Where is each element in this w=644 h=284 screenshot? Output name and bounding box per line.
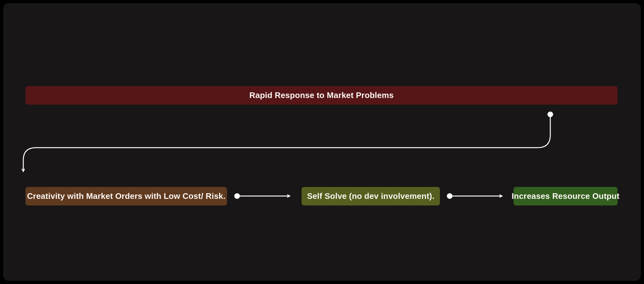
connectors-layer	[3, 3, 641, 281]
connector-top-to-a	[23, 112, 553, 172]
node-rapid-response[interactable]: Rapid Response to Market Problems	[25, 86, 618, 105]
connector-a-to-b	[234, 193, 290, 199]
node-self-solve[interactable]: Self Solve (no dev involvement).	[302, 187, 440, 205]
node-label: Self Solve (no dev involvement).	[307, 191, 434, 201]
svg-point-1	[234, 193, 240, 199]
node-creativity[interactable]: Creativity with Market Orders with Low C…	[25, 187, 227, 205]
node-label: Rapid Response to Market Problems	[249, 90, 394, 100]
svg-point-0	[547, 112, 553, 117]
diagram-canvas: Rapid Response to Market Problems Creati…	[3, 3, 641, 281]
svg-point-2	[447, 193, 452, 199]
node-label: Creativity with Market Orders with Low C…	[27, 191, 225, 201]
node-label: Increases Resource Output	[512, 191, 619, 201]
node-resource-output[interactable]: Increases Resource Output	[514, 187, 618, 205]
connector-b-to-c	[447, 193, 502, 199]
